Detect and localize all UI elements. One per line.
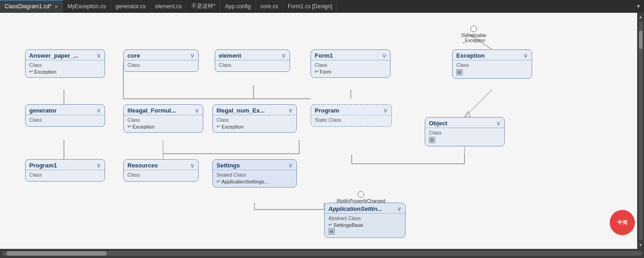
class-member: ↵ ApplicationSettings... bbox=[216, 178, 293, 184]
tab-core[interactable]: core.cs bbox=[256, 0, 283, 13]
chevron-down-icon[interactable]: ∨ bbox=[288, 161, 293, 169]
tab-bushi[interactable]: 不是这样* bbox=[187, 0, 221, 13]
class-settings: Settings ∨ Sealed Class ↵ ApplicationSet… bbox=[212, 159, 297, 188]
tab-element[interactable]: element.cs bbox=[151, 0, 187, 13]
class-title-program: Program bbox=[315, 107, 339, 114]
class-type-app-settin: Abstract Class bbox=[328, 215, 401, 221]
interface-iserializable: ISerializable _Exception bbox=[461, 26, 486, 43]
class-title-app-settin: ApplicationSettin... bbox=[328, 205, 382, 212]
chevron-down-icon[interactable]: ∨ bbox=[190, 161, 195, 169]
class-core: core ∨ Class bbox=[123, 49, 199, 72]
class-title-object: Object bbox=[429, 120, 447, 127]
tab-bar: ClassDiagram1.cd* ✕ MyException.cs gener… bbox=[0, 0, 644, 13]
scroll-track-v[interactable] bbox=[639, 22, 643, 240]
tab-label: core.cs bbox=[260, 3, 278, 10]
chevron-down-icon[interactable]: ∨ bbox=[523, 52, 528, 59]
chevron-down-icon[interactable]: ∨ bbox=[96, 161, 101, 169]
class-type-program1: Class bbox=[29, 172, 101, 177]
tab-label: element.cs bbox=[155, 3, 182, 10]
scroll-up-arrow[interactable]: ▲ bbox=[639, 13, 643, 21]
class-application-settin: ApplicationSettin... ∨ Abstract Class ↵ … bbox=[324, 203, 406, 238]
scroll-thumb-v[interactable] bbox=[639, 31, 643, 49]
watermark: 中简 bbox=[610, 210, 635, 235]
chevron-down-icon[interactable]: ∨ bbox=[195, 107, 199, 114]
scroll-thumb-h[interactable] bbox=[6, 251, 107, 256]
class-program: Program ∨ Static Class bbox=[311, 104, 392, 127]
tab-myexception[interactable]: MyException.cs bbox=[63, 0, 111, 13]
class-type-exception: Class bbox=[456, 62, 528, 68]
class-object: Object ∨ Class ⊞ bbox=[425, 117, 505, 146]
chevron-down-icon[interactable]: ∨ bbox=[383, 107, 388, 114]
class-element: element ∨ Class bbox=[215, 49, 290, 72]
tab-label: 不是这样* bbox=[191, 2, 216, 10]
vertical-scrollbar[interactable]: ▲ ▼ bbox=[637, 13, 644, 249]
tab-close-icon[interactable]: ✕ bbox=[54, 4, 58, 9]
tab-label: Form1.cs [Design] bbox=[288, 3, 332, 10]
class-illeagal-formula: Illeagal_Formul... ∨ Class ↵ Exception bbox=[123, 104, 203, 133]
chevron-down-icon[interactable]: ∨ bbox=[281, 52, 286, 59]
tab-label: App.config bbox=[225, 3, 251, 10]
class-type-resources: Class bbox=[127, 172, 195, 177]
class-type-answer-paper: Class bbox=[29, 62, 101, 68]
class-exception: Exception ∨ Class ⊞ bbox=[452, 49, 532, 79]
class-type-illeagal: Class bbox=[127, 117, 199, 123]
tab-label: generator.cs bbox=[116, 3, 146, 10]
class-resources: Resources ∨ Class bbox=[123, 159, 199, 182]
class-title-settings: Settings bbox=[216, 162, 240, 169]
chevron-down-icon[interactable]: ∨ bbox=[496, 119, 501, 127]
class-title-generator: generator bbox=[29, 107, 57, 114]
horizontal-scrollbar[interactable] bbox=[0, 249, 644, 258]
class-program1: Program1 ∨ Class bbox=[25, 159, 105, 182]
chevron-down-icon[interactable]: ∨ bbox=[96, 107, 101, 114]
tab-label: MyException.cs bbox=[68, 3, 106, 10]
class-type-generator: Class bbox=[29, 117, 101, 123]
chevron-down-icon[interactable]: ∨ bbox=[397, 205, 401, 212]
class-type-illegal-num: Class bbox=[216, 117, 293, 123]
chevron-down-icon[interactable]: ∨ bbox=[288, 107, 293, 114]
class-type-settings: Sealed Class bbox=[216, 172, 293, 177]
class-title-form1: Form1 bbox=[315, 52, 333, 59]
expand-icon[interactable]: ⊞ bbox=[328, 228, 335, 235]
interface-label: ISerializable bbox=[461, 33, 486, 38]
class-illegal-num: Illegal_num_Ex... ∨ Class ↵ Exception bbox=[212, 104, 297, 133]
expand-icon[interactable]: ⊞ bbox=[456, 69, 463, 75]
class-title-core: core bbox=[127, 52, 140, 59]
svg-marker-7 bbox=[465, 111, 470, 117]
class-generator: generator ∨ Class bbox=[25, 104, 105, 127]
class-member: ↵ Exception bbox=[216, 124, 293, 129]
class-title-exception: Exception bbox=[456, 52, 485, 59]
class-title-element: element bbox=[219, 52, 241, 59]
tab-appconfig[interactable]: App.config bbox=[220, 0, 256, 13]
class-type-object: Class bbox=[429, 130, 501, 135]
class-title-illegal-num: Illegal_num_Ex... bbox=[216, 107, 265, 114]
svg-line-6 bbox=[465, 90, 492, 117]
class-type-program: Static Class bbox=[315, 117, 388, 123]
tab-classdiagram1[interactable]: ClassDiagram1.cd* ✕ bbox=[0, 0, 63, 13]
scroll-down-arrow[interactable]: ▼ bbox=[639, 241, 643, 249]
class-member: ↵ Form bbox=[315, 69, 386, 75]
chevron-down-icon[interactable]: ∨ bbox=[382, 52, 386, 59]
class-type-core: Class bbox=[127, 62, 195, 68]
class-title-answer-paper: Answer_paper_... bbox=[29, 52, 79, 59]
expand-icon[interactable]: ⊞ bbox=[429, 137, 435, 143]
interface-circle bbox=[470, 26, 477, 32]
class-type-element: Class bbox=[219, 62, 286, 68]
tab-label: ClassDiagram1.cd* bbox=[5, 3, 52, 10]
class-title-program1: Program1 bbox=[29, 162, 57, 169]
tab-scroll-button[interactable]: ▼ bbox=[633, 3, 644, 10]
interface-inotify: INotifyPropertyChanged bbox=[337, 191, 385, 204]
class-member: ↵ Exception bbox=[29, 69, 101, 75]
connectors-svg bbox=[0, 13, 644, 249]
interface-label2: _Exception bbox=[461, 38, 486, 43]
tab-generator[interactable]: generator.cs bbox=[111, 0, 151, 13]
class-type-form1: Class bbox=[315, 62, 386, 68]
chevron-down-icon[interactable]: ∨ bbox=[190, 52, 195, 59]
class-title-illeagal: Illeagal_Formul... bbox=[127, 107, 176, 114]
tab-form1design[interactable]: Form1.cs [Design] bbox=[283, 0, 337, 13]
chevron-down-icon[interactable]: ∨ bbox=[96, 52, 101, 59]
class-title-resources: Resources bbox=[127, 162, 158, 169]
class-member: ↵ SettingsBase bbox=[328, 222, 401, 228]
scroll-track-h[interactable] bbox=[2, 251, 642, 256]
class-form1: Form1 ∨ Class ↵ Form bbox=[311, 49, 391, 78]
class-member: ↵ Exception bbox=[127, 124, 199, 129]
